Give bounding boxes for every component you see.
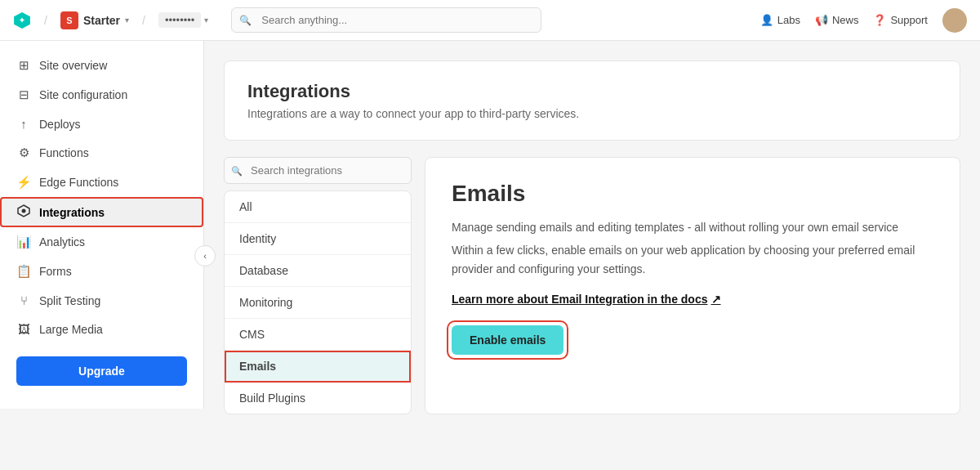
support-label: Support bbox=[890, 14, 928, 26]
sidebar-item-label: Edge Functions bbox=[39, 176, 118, 189]
integrations-icon bbox=[16, 204, 31, 220]
sidebar-item-forms[interactable]: 📋 Forms bbox=[0, 257, 203, 286]
external-link-icon: ↗ bbox=[711, 293, 721, 306]
sidebar-item-analytics[interactable]: 📊 Analytics bbox=[0, 227, 203, 257]
news-label: News bbox=[832, 14, 859, 26]
labs-label: Labs bbox=[777, 14, 800, 26]
detail-title: Emails bbox=[452, 181, 933, 207]
site-name: •••••••• bbox=[158, 12, 201, 28]
sidebar-item-deploys[interactable]: ↑ Deploys bbox=[0, 110, 203, 138]
sidebar-item-site-configuration[interactable]: ⊟ Site configuration bbox=[0, 80, 203, 110]
enable-emails-wrapper: Enable emails bbox=[452, 325, 564, 355]
large-media-icon: 🖼 bbox=[16, 322, 31, 336]
global-search[interactable] bbox=[231, 7, 541, 33]
sidebar-item-label: Large Media bbox=[39, 323, 103, 336]
nav-separator-2: / bbox=[142, 14, 145, 27]
topnav-right-actions: 👤 Labs 📢 News ❓ Support bbox=[760, 8, 967, 33]
analytics-icon: 📊 bbox=[16, 235, 31, 249]
emails-detail-panel: Emails Manage sending emails and editing… bbox=[425, 157, 960, 414]
news-button[interactable]: 📢 News bbox=[815, 14, 859, 26]
page-title: Integrations bbox=[247, 81, 937, 102]
sidebar-item-label: Deploys bbox=[39, 118, 81, 131]
filter-list: All Identity Database Monitoring CMS Ema… bbox=[224, 190, 412, 414]
app-layout: ⊞ Site overview ⊟ Site configuration ↑ D… bbox=[0, 41, 980, 470]
user-avatar[interactable] bbox=[942, 8, 967, 33]
sidebar-item-large-media[interactable]: 🖼 Large Media bbox=[0, 315, 203, 343]
detail-description-1: Manage sending emails and editing templa… bbox=[452, 218, 933, 236]
sidebar-item-site-overview[interactable]: ⊞ Site overview bbox=[0, 51, 203, 80]
edge-functions-icon: ⚡ bbox=[16, 175, 31, 190]
upgrade-button[interactable]: Upgrade bbox=[16, 356, 187, 386]
sidebar-collapse-button[interactable]: ‹ bbox=[194, 245, 216, 266]
sidebar-wrapper: ⊞ Site overview ⊟ Site configuration ↑ D… bbox=[0, 41, 204, 470]
site-selector[interactable]: •••••••• ▾ bbox=[158, 12, 208, 28]
sidebar: ⊞ Site overview ⊟ Site configuration ↑ D… bbox=[0, 41, 204, 409]
support-icon: ❓ bbox=[873, 14, 886, 26]
topnav: ✦ / S Starter ▾ / •••••••• ▾ 👤 Labs 📢 Ne… bbox=[0, 0, 980, 41]
sidebar-item-label: Site overview bbox=[39, 59, 107, 72]
brand-name: Starter bbox=[83, 14, 120, 27]
main-content: Integrations Integrations are a way to c… bbox=[204, 41, 980, 470]
svg-point-1 bbox=[22, 209, 26, 213]
sidebar-bottom: Upgrade bbox=[0, 343, 203, 399]
site-overview-icon: ⊞ bbox=[16, 58, 31, 73]
labs-button[interactable]: 👤 Labs bbox=[760, 14, 800, 26]
sidebar-item-label: Functions bbox=[39, 146, 89, 159]
deploys-icon: ↑ bbox=[16, 117, 31, 131]
brand-icon: S bbox=[60, 11, 78, 29]
brand-chevron-icon: ▾ bbox=[125, 16, 129, 25]
site-chevron-icon: ▾ bbox=[204, 16, 208, 25]
integrations-body: All Identity Database Monitoring CMS Ema… bbox=[224, 157, 960, 414]
forms-icon: 📋 bbox=[16, 264, 31, 279]
filter-all[interactable]: All bbox=[225, 191, 411, 223]
filter-database[interactable]: Database bbox=[225, 255, 411, 287]
sidebar-item-edge-functions[interactable]: ⚡ Edge Functions bbox=[0, 168, 203, 197]
docs-link-text: Learn more about Email Integration in th… bbox=[452, 293, 708, 306]
sidebar-item-functions[interactable]: ⚙ Functions bbox=[0, 138, 203, 168]
sidebar-item-label: Analytics bbox=[39, 235, 85, 248]
integrations-search-input[interactable] bbox=[224, 157, 412, 184]
filter-panel: All Identity Database Monitoring CMS Ema… bbox=[224, 157, 412, 414]
sidebar-item-integrations[interactable]: Integrations bbox=[0, 197, 203, 227]
sidebar-item-label: Integrations bbox=[39, 206, 105, 219]
functions-icon: ⚙ bbox=[16, 145, 31, 160]
page-subtitle: Integrations are a way to connect your a… bbox=[247, 107, 937, 120]
sidebar-item-label: Forms bbox=[39, 265, 72, 278]
support-button[interactable]: ❓ Support bbox=[873, 14, 928, 26]
filter-emails[interactable]: Emails bbox=[225, 351, 411, 383]
sidebar-item-label: Split Testing bbox=[39, 294, 100, 307]
filter-monitoring[interactable]: Monitoring bbox=[225, 287, 411, 319]
sidebar-item-split-testing[interactable]: ⑂ Split Testing bbox=[0, 286, 203, 315]
integrations-header-card: Integrations Integrations are a way to c… bbox=[224, 60, 960, 141]
global-search-input[interactable] bbox=[231, 7, 541, 33]
labs-icon: 👤 bbox=[760, 14, 773, 26]
filter-cms[interactable]: CMS bbox=[225, 319, 411, 351]
filter-identity[interactable]: Identity bbox=[225, 223, 411, 255]
brand-selector[interactable]: S Starter ▾ bbox=[60, 11, 129, 29]
news-icon: 📢 bbox=[815, 14, 828, 26]
site-configuration-icon: ⊟ bbox=[16, 87, 31, 102]
docs-link[interactable]: Learn more about Email Integration in th… bbox=[452, 293, 721, 306]
sidebar-item-label: Site configuration bbox=[39, 88, 127, 101]
integrations-search[interactable] bbox=[224, 157, 412, 184]
filter-build-plugins[interactable]: Build Plugins bbox=[225, 383, 411, 414]
enable-emails-button[interactable]: Enable emails bbox=[452, 325, 564, 355]
split-testing-icon: ⑂ bbox=[16, 293, 31, 307]
detail-description-2: Within a few clicks, enable emails on yo… bbox=[452, 241, 933, 278]
nav-separator-1: / bbox=[44, 14, 47, 27]
svg-text:✦: ✦ bbox=[19, 16, 25, 25]
netlify-logo-icon[interactable]: ✦ bbox=[13, 11, 31, 29]
